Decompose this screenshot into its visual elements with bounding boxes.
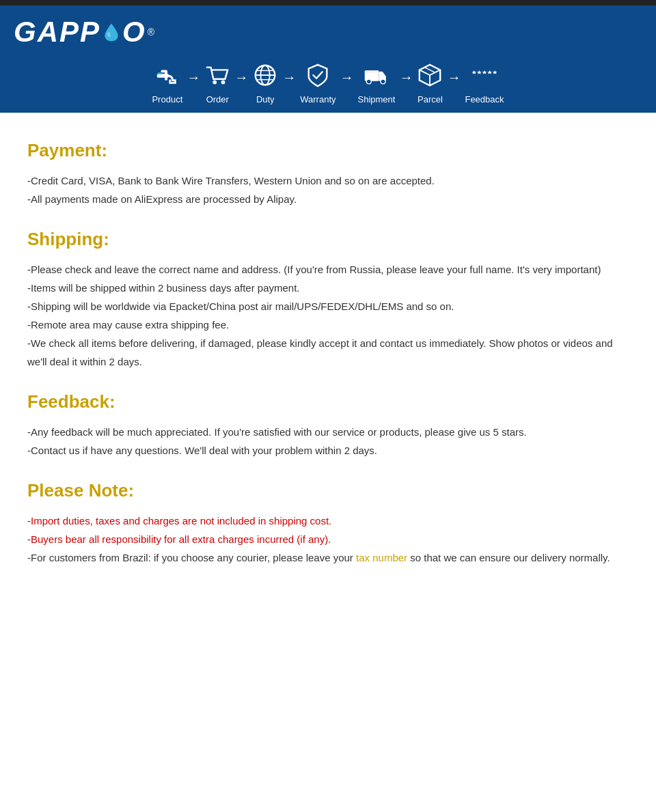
step-duty: Duty bbox=[252, 62, 278, 104]
top-bar bbox=[0, 0, 656, 5]
shipping-line-5: -We check all items before delivering, i… bbox=[27, 334, 629, 371]
svg-rect-4 bbox=[158, 72, 162, 74]
arrow-2: → bbox=[234, 70, 248, 85]
payment-line-1: -Credit Card, VISA, Bank to Bank Wire Tr… bbox=[27, 171, 629, 190]
feedback-title: Feedback: bbox=[27, 391, 629, 412]
shipping-section: Shipping: -Please check and leave the co… bbox=[27, 229, 629, 371]
box-icon bbox=[417, 62, 443, 92]
feedback-line-2: -Contact us if have any questions. We'll… bbox=[27, 441, 629, 460]
step-product: Product bbox=[152, 62, 182, 104]
step-feedback: Feedback bbox=[465, 62, 504, 104]
svg-marker-21 bbox=[477, 70, 482, 74]
svg-point-6 bbox=[221, 81, 226, 85]
step-shipment-label: Shipment bbox=[358, 94, 396, 104]
svg-marker-23 bbox=[487, 70, 492, 74]
brazil-before: -For customers from Brazil: if you choos… bbox=[27, 552, 356, 563]
feedback-body: -Any feedback will be much appreciated. … bbox=[27, 423, 629, 460]
step-parcel: Parcel bbox=[417, 62, 443, 104]
brazil-after: so that we can ensure our delivery norma… bbox=[407, 552, 610, 563]
logo-drop-icon bbox=[102, 23, 121, 42]
shipping-line-2: -Items will be shipped within 2 business… bbox=[27, 279, 629, 297]
feedback-section: Feedback: -Any feedback will be much app… bbox=[27, 391, 629, 460]
step-product-label: Product bbox=[152, 94, 182, 104]
header: GAPP O ® Product → bbox=[0, 5, 656, 113]
step-warranty: Warranty bbox=[300, 62, 336, 104]
arrow-3: → bbox=[282, 70, 296, 85]
shipping-line-1: -Please check and leave the correct name… bbox=[27, 260, 629, 279]
shipping-line-4: -Remote area may cause extra shipping fe… bbox=[27, 316, 629, 334]
svg-rect-3 bbox=[161, 70, 167, 72]
step-feedback-label: Feedback bbox=[465, 94, 504, 104]
step-shipment: Shipment bbox=[358, 62, 396, 104]
please-note-section: Please Note: -Import duties, taxes and c… bbox=[27, 480, 629, 567]
logo-area: GAPP O ® bbox=[14, 16, 154, 48]
arrow-5: → bbox=[399, 70, 413, 85]
tax-number-link[interactable]: tax number bbox=[356, 552, 407, 563]
payment-line-2: -All payments made on AliExpress are pro… bbox=[27, 190, 629, 208]
svg-line-19 bbox=[425, 68, 435, 73]
stars-icon bbox=[472, 62, 497, 92]
logo-text: GAPP bbox=[14, 16, 100, 48]
step-order: Order bbox=[204, 62, 230, 104]
truck-icon bbox=[364, 62, 390, 92]
globe-icon bbox=[252, 62, 278, 92]
arrow-6: → bbox=[447, 70, 461, 85]
shipping-body: -Please check and leave the correct name… bbox=[27, 260, 629, 371]
step-warranty-label: Warranty bbox=[300, 94, 336, 104]
step-parcel-label: Parcel bbox=[418, 94, 443, 104]
svg-point-5 bbox=[213, 81, 217, 85]
logo-text-o: O bbox=[122, 16, 146, 48]
please-note-title: Please Note: bbox=[27, 480, 629, 501]
please-note-body: -Import duties, taxes and charges are no… bbox=[27, 512, 629, 567]
svg-line-16 bbox=[420, 70, 430, 75]
step-duty-label: Duty bbox=[256, 94, 275, 104]
faucet-icon bbox=[154, 62, 180, 92]
payment-title: Payment: bbox=[27, 140, 629, 161]
step-order-label: Order bbox=[206, 94, 229, 104]
shipping-title: Shipping: bbox=[27, 229, 629, 250]
svg-marker-20 bbox=[472, 70, 476, 74]
logo-registered: ® bbox=[148, 27, 154, 38]
main-content: Payment: -Credit Card, VISA, Bank to Ban… bbox=[0, 113, 656, 615]
svg-marker-22 bbox=[482, 70, 487, 74]
note-red-line-1: -Import duties, taxes and charges are no… bbox=[27, 512, 629, 530]
svg-marker-24 bbox=[493, 70, 497, 74]
shipping-line-3: -Shipping will be worldwide via Epacket/… bbox=[27, 297, 629, 316]
svg-point-13 bbox=[366, 79, 371, 84]
note-brazil-line: -For customers from Brazil: if you choos… bbox=[27, 548, 629, 567]
feedback-line-1: -Any feedback will be much appreciated. … bbox=[27, 423, 629, 441]
arrow-1: → bbox=[187, 70, 200, 85]
cart-icon bbox=[204, 62, 230, 92]
note-red-line-2: -Buyers bear all responsibility for all … bbox=[27, 530, 629, 548]
svg-point-14 bbox=[381, 79, 385, 84]
shield-icon bbox=[305, 62, 331, 92]
payment-body: -Credit Card, VISA, Bank to Bank Wire Tr… bbox=[27, 171, 629, 208]
svg-rect-15 bbox=[365, 70, 379, 72]
arrow-4: → bbox=[340, 70, 354, 85]
payment-section: Payment: -Credit Card, VISA, Bank to Ban… bbox=[27, 140, 629, 208]
steps-nav: Product → Order → bbox=[14, 55, 642, 113]
